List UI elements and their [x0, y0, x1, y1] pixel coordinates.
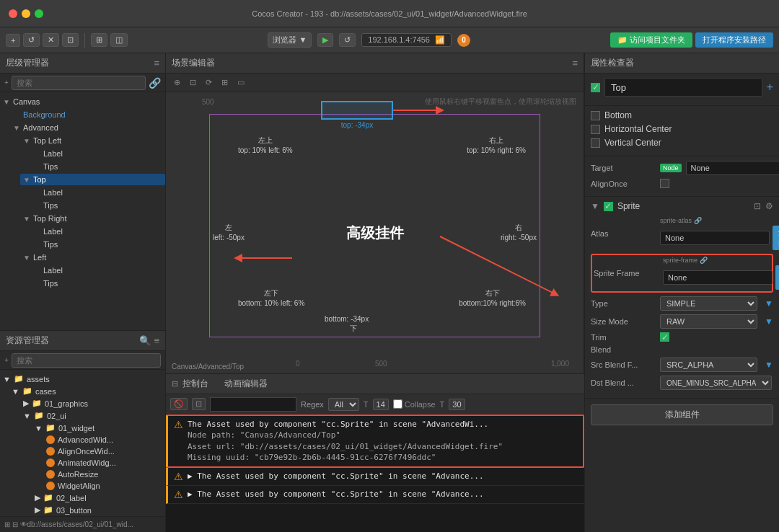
asset-item-autoresize[interactable]: AutoResize: [0, 469, 165, 480]
tree-item-advanced[interactable]: ▼ Advanced: [10, 121, 165, 134]
dst-blend-row: Dst Blend ... ONE_MINUS_SRC_ALPHA ▼: [591, 376, 773, 390]
scene-tool-scale[interactable]: ⊞: [218, 76, 232, 89]
sprite-icon2[interactable]: ⚙: [765, 201, 773, 211]
toolbar-icon1[interactable]: ⊞: [91, 33, 107, 47]
console-filter-input[interactable]: [210, 397, 296, 412]
scene-tool-move[interactable]: ⊕: [170, 76, 184, 89]
scene-canvas[interactable]: 使用鼠标右键平移视窗焦点，使用滚轮缩放视图 500 0 500 1,000 to…: [166, 92, 584, 373]
console-row-1[interactable]: ⚠ ▶ The Asset used by component "cc.Spri…: [166, 468, 584, 486]
atlas-input[interactable]: [660, 231, 770, 245]
asset-item-assets[interactable]: ▼ 📁 assets: [0, 373, 165, 385]
tree-item-topleft[interactable]: ▼ Top Left: [20, 134, 165, 147]
asset-item-01graphics[interactable]: ▶ 📁 01_graphics: [0, 397, 165, 409]
alignonce-row: AlignOnce: [591, 179, 773, 188]
hierarchy-menu-icon[interactable]: ≡: [154, 58, 159, 68]
tree-item-left[interactable]: ▼ Left: [20, 251, 165, 264]
tree-item-label4[interactable]: Label: [30, 264, 165, 277]
sprite-checkbox[interactable]: ✓: [604, 202, 613, 211]
size-mode-select[interactable]: RAW: [660, 314, 757, 329]
tree-item-background[interactable]: Background: [10, 108, 165, 121]
asset-item-widgetalign[interactable]: WidgetAlign: [0, 480, 165, 492]
asset-item-advancedwid[interactable]: AdvancedWid...: [0, 434, 165, 445]
alignonce-checkbox[interactable]: [660, 179, 669, 188]
bottom-checkbox[interactable]: [591, 111, 600, 120]
hierarchy-add-icon[interactable]: 🔗: [149, 77, 161, 89]
tree-item-topright[interactable]: ▼ Top Right: [20, 212, 165, 225]
tree-item-label1[interactable]: Label: [30, 147, 165, 160]
type-select[interactable]: SIMPLE: [660, 296, 757, 311]
add-component-btn[interactable]: 添加组件: [591, 404, 773, 425]
console-collapse-label[interactable]: Collapse: [393, 399, 436, 409]
open-folder-button[interactable]: 📁 访问项目文件夹: [610, 32, 692, 48]
tree-item-label3[interactable]: Label: [30, 225, 165, 238]
tree-item-top[interactable]: ▼ Top: [20, 173, 165, 186]
asset-panel: 资源管理器 🔍 ≡ + ▼ 📁 assets ▼ 📁: [0, 330, 165, 532]
asset-menu-icon[interactable]: ≡: [154, 335, 159, 346]
atlas-select-btn[interactable]: 选择: [773, 226, 779, 250]
target-input[interactable]: [686, 161, 779, 175]
console-row-0[interactable]: ⚠ The Asset used by component "cc.Sprite…: [166, 414, 584, 468]
browser-button[interactable]: 浏览器 ▼: [268, 32, 312, 48]
asset-item-03button[interactable]: ▶ 📁 03_button: [0, 504, 165, 516]
asset-item-cases[interactable]: ▼ 📁 cases: [0, 385, 165, 397]
hierarchy-search-input[interactable]: [12, 76, 146, 90]
asset-status-text: db://assets/cases/02_ui/01_wid...: [27, 520, 133, 528]
target-label: Target: [591, 164, 656, 172]
console-fontsize-30[interactable]: 30: [449, 399, 465, 410]
scene-button[interactable]: ⊡: [62, 33, 79, 47]
sprite-frame-edit-btn[interactable]: 编辑: [775, 265, 779, 290]
src-blend-select[interactable]: SRC_ALPHA: [660, 358, 757, 372]
console-level-select[interactable]: All: [328, 398, 359, 411]
tree-item-tips2[interactable]: Tips: [30, 199, 165, 212]
sprite-expand-arrow[interactable]: ▼: [591, 201, 599, 211]
type-dropdown-icon[interactable]: ▼: [765, 298, 773, 309]
close-file-button[interactable]: ✕: [43, 33, 59, 47]
maximize-button[interactable]: [35, 9, 43, 18]
horizontal-checkbox[interactable]: [591, 125, 600, 134]
vertical-checkbox[interactable]: [591, 138, 600, 148]
sprite-frame-input[interactable]: [663, 270, 773, 285]
sprite-icon1[interactable]: ⊡: [754, 201, 761, 211]
add-component-top-btn[interactable]: +: [767, 81, 773, 94]
console-clear-btn[interactable]: 🚫: [170, 398, 188, 410]
open-install-button[interactable]: 打开程序安装路径: [695, 32, 773, 48]
tree-item-tips4[interactable]: Tips: [30, 277, 165, 290]
add-button[interactable]: +: [6, 34, 20, 47]
asset-item-alignonce[interactable]: AlignOnceWid...: [0, 445, 165, 457]
size-mode-dropdown-icon[interactable]: ▼: [765, 316, 773, 327]
tree-item-canvas[interactable]: ▼ Canvas: [0, 95, 165, 108]
asset-search-icon[interactable]: 🔍: [139, 335, 151, 346]
asset-item-animatedwidg[interactable]: AnimatedWidg...: [0, 457, 165, 469]
play-button[interactable]: ▶: [317, 33, 333, 47]
console-row-2[interactable]: ⚠ ▶ The Asset used by component "cc.Spri…: [166, 486, 584, 504]
asset-item-02label[interactable]: ▶ 📁 02_label: [0, 492, 165, 504]
widget-selected-top[interactable]: top: -34px: [321, 101, 393, 120]
asset-item-01widget[interactable]: ▼ 📁 01_widget: [0, 422, 165, 434]
console-copy-btn[interactable]: ⊡: [192, 398, 206, 410]
component-name-input[interactable]: Top: [604, 78, 762, 97]
asset-search-plus[interactable]: +: [4, 356, 9, 364]
console-collapse-checkbox[interactable]: [393, 399, 402, 409]
scene-tool-select[interactable]: ⊡: [186, 76, 200, 89]
tree-item-label2[interactable]: Label: [30, 186, 165, 199]
console-header: ⊟ 控制台 动画编辑器: [166, 374, 584, 394]
notification-badge[interactable]: 0: [457, 34, 470, 47]
console-message-1: ▶ The Asset used by component "cc.Sprite…: [188, 471, 484, 482]
console-fontsize-14[interactable]: 14: [373, 399, 389, 410]
minimize-button[interactable]: [22, 9, 30, 18]
toolbar-icon2[interactable]: ◫: [110, 33, 128, 47]
tree-item-tips3[interactable]: Tips: [30, 238, 165, 251]
tree-item-tips1[interactable]: Tips: [30, 160, 165, 173]
asset-item-02ui[interactable]: ▼ 📁 02_ui: [0, 409, 165, 422]
asset-search-input[interactable]: [12, 353, 161, 368]
src-blend-dropdown-icon[interactable]: ▼: [765, 360, 773, 370]
refresh-button[interactable]: ↺: [23, 33, 40, 47]
scene-tool-rect[interactable]: ▭: [234, 76, 248, 89]
scene-menu-icon[interactable]: ≡: [572, 58, 578, 68]
component-checkbox[interactable]: ✓: [591, 83, 600, 92]
dst-blend-select[interactable]: ONE_MINUS_SRC_ALPHA: [660, 376, 772, 390]
refresh-scene-button[interactable]: ↺: [339, 33, 356, 47]
scene-tool-rotate[interactable]: ⟳: [202, 76, 216, 89]
close-button[interactable]: [9, 9, 17, 18]
trim-checkbox[interactable]: ✓: [660, 332, 669, 342]
